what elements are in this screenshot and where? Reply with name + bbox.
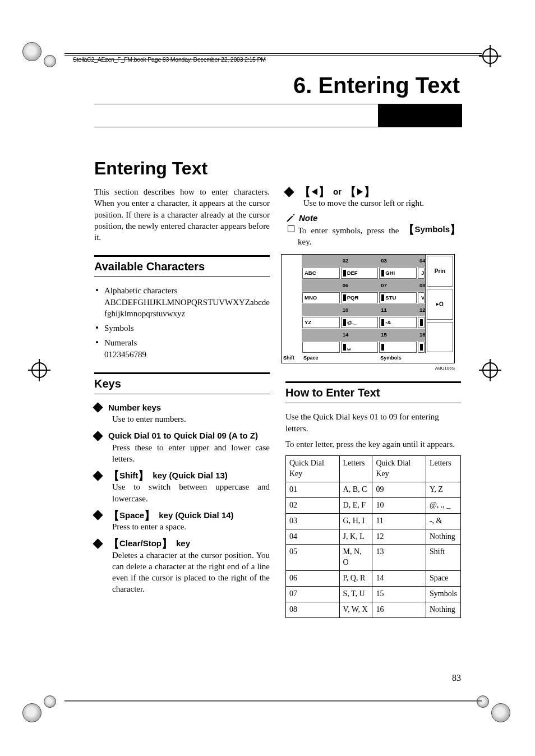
key-title-suffix: key (Quick Dial 13) <box>153 470 227 481</box>
keypad-letters: MNO <box>302 292 340 303</box>
keypad-bottom-label: Symbols <box>379 354 417 361</box>
key-item-clearstop: 【Clear/Stop】 key Deletes a character at … <box>94 538 270 594</box>
table-cell: @, ., _ <box>426 497 460 513</box>
table-cell: P, Q, R <box>339 571 372 587</box>
bottom-double-rule <box>64 700 482 702</box>
keypad-letters: -& <box>379 317 417 328</box>
figure-reference: ABU106S <box>281 366 455 372</box>
diamond-icon <box>93 510 103 520</box>
left-column: This section describes how to enter char… <box>94 186 270 618</box>
item-label: Alphabetic characters <box>104 286 177 295</box>
table-cell: 06 <box>286 571 340 587</box>
keypad-side-panel: Prin ▸O <box>425 255 454 353</box>
diamond-icon <box>93 538 103 548</box>
table-cell: 09 <box>372 482 426 497</box>
chapter-title: 6. Entering Text <box>94 73 462 104</box>
table-cell: Space <box>426 571 460 587</box>
table-row: 04J, K, L12Nothing <box>286 529 461 545</box>
table-cell: 05 <box>286 545 340 571</box>
header-file-meta: StellaC2_AEzen_F_FM.book Page 83 Monday,… <box>73 56 266 63</box>
pencil-icon <box>285 213 296 223</box>
key-title: Quick Dial 01 to Quick Dial 09 (A to Z) <box>108 430 258 441</box>
top-double-rule <box>64 53 482 56</box>
table-cell: 16 <box>372 602 426 617</box>
table-cell: 12 <box>372 529 426 545</box>
key-title: Number keys <box>108 402 161 413</box>
diamond-icon <box>284 187 294 197</box>
diamond-icon <box>93 431 103 441</box>
table-cell: 15 <box>372 587 426 602</box>
keypad-bottom-label: Shift <box>282 354 302 361</box>
keypad-letters: @._ <box>341 317 379 328</box>
table-cell: 11 <box>372 513 426 529</box>
list-item: Alphabetic characters ABCDEFGHIJKLMNOPQR… <box>94 285 270 319</box>
table-row: 07S, T, U15Symbols <box>286 587 461 602</box>
key-title-suffix: key <box>176 538 190 549</box>
table-head: Letters <box>339 456 372 482</box>
table-cell: Nothing <box>426 602 460 617</box>
table-cell: Shift <box>426 545 460 571</box>
item-detail: ABCDEFGHIJKLMNOPQRSTUVWXYZabcdefghijklmn… <box>104 297 270 320</box>
side-box <box>427 322 453 353</box>
howto-p2: To enter letter, press the key again unt… <box>285 439 461 450</box>
table-cell: 14 <box>372 571 426 587</box>
table-cell: 08 <box>286 602 340 617</box>
crop-mark-tl-small <box>44 55 56 67</box>
item-detail: 0123456789 <box>104 349 270 360</box>
table-cell: -, & <box>426 513 460 529</box>
keypad-num: 11 <box>379 304 417 316</box>
howto-heading: How to Enter Text <box>285 381 461 403</box>
key-body: Use to switch between uppercase and lowe… <box>94 481 270 504</box>
table-cell: 02 <box>286 497 340 513</box>
table-cell: Symbols <box>426 587 460 602</box>
crop-mark-mr-cross <box>479 359 501 381</box>
crop-mark-tr-cross <box>479 45 501 67</box>
table-head: Quick Dial Key <box>372 456 426 482</box>
table-cell: 04 <box>286 529 340 545</box>
keypad-figure: 02 03 04 Prin ▸O ABC DEF GHI JKL 06 <box>281 254 455 371</box>
checkbox-icon <box>288 225 294 232</box>
key-item-shift: 【Shift】 key (Quick Dial 13) Use to switc… <box>94 470 270 504</box>
item-label: Symbols <box>104 324 134 333</box>
keypad-letters <box>379 342 417 353</box>
side-box: ▸O <box>427 289 453 320</box>
keys-heading: Keys <box>94 372 270 394</box>
list-item: Symbols <box>94 322 270 334</box>
key-item-arrows: 【】 or 【】 Use to move the cursor left or … <box>285 186 461 209</box>
table-row: 08V, W, X16Nothing <box>286 602 461 617</box>
diamond-icon <box>93 471 103 481</box>
keypad-num: 02 <box>340 255 379 267</box>
keypad-letters: YZ <box>302 317 340 328</box>
keypad-letters <box>418 342 425 353</box>
keypad-letters: STU <box>379 292 417 303</box>
key-item-quickdial: Quick Dial 01 to Quick Dial 09 (A to Z) … <box>94 430 270 464</box>
available-characters-list: Alphabetic characters ABCDEFGHIJKLMNOPQR… <box>94 285 270 360</box>
table-cell: A, B, C <box>339 482 372 497</box>
table-cell: S, T, U <box>339 587 372 602</box>
table-row: 01A, B, C09Y, Z <box>286 482 461 497</box>
keypad-num: 10 <box>340 304 379 316</box>
note-heading: Note <box>285 213 461 224</box>
crop-mark-tl-big <box>22 42 41 61</box>
keypad-letters: DEF <box>341 268 379 279</box>
key-body: Use to move the cursor left or right. <box>285 197 461 209</box>
keypad-num: 14 <box>340 329 379 341</box>
table-row: 06P, Q, R14Space <box>286 571 461 587</box>
keypad-num: 06 <box>340 279 379 292</box>
table-cell: 01 <box>286 482 340 497</box>
key-body: Use to enter numbers. <box>94 413 270 425</box>
space-key-label: 【Space】 <box>108 510 155 521</box>
keypad-num: 16 <box>417 329 425 341</box>
keypad-num: 12 <box>417 304 425 316</box>
keypad-num: 03 <box>379 255 417 267</box>
table-cell: G, H, I <box>339 513 372 529</box>
table-cell: 13 <box>372 545 426 571</box>
table-head: Letters <box>426 456 460 482</box>
side-box: Prin <box>427 256 453 287</box>
table-row: 02D, E, F10@, ., _ <box>286 497 461 513</box>
note-item: To enter symbols, press the 【Symbols】 ke… <box>285 224 461 248</box>
table-cell: 10 <box>372 497 426 513</box>
arrow-left-icon <box>312 188 317 195</box>
keypad-letters: VWX <box>418 292 425 303</box>
or-text: or <box>333 186 342 197</box>
